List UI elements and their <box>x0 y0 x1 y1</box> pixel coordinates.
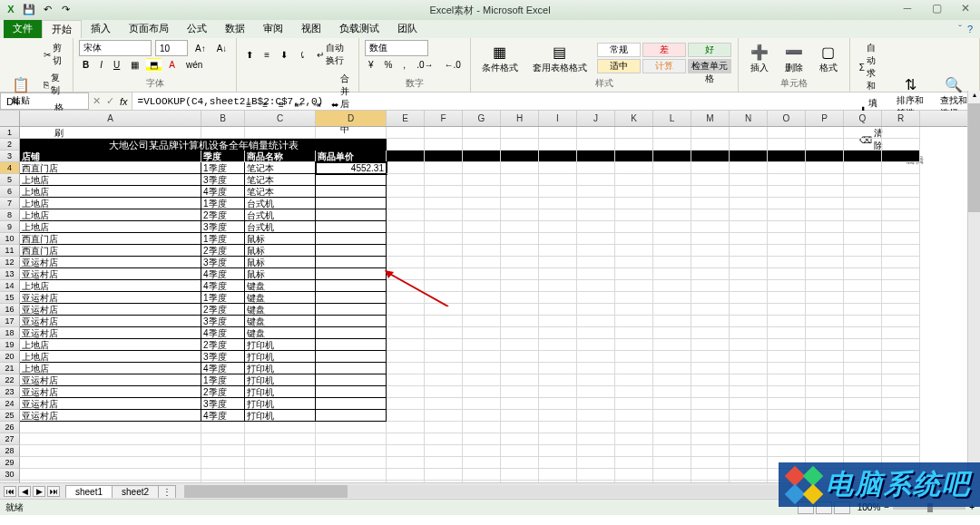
row-header[interactable]: 8 <box>0 209 20 221</box>
col-header-P[interactable]: P <box>806 111 844 126</box>
cell[interactable] <box>844 304 882 316</box>
cell[interactable] <box>425 374 463 386</box>
cell[interactable] <box>501 209 539 221</box>
cell[interactable] <box>768 304 806 316</box>
cell[interactable] <box>615 221 653 233</box>
cell[interactable] <box>316 386 387 398</box>
cell[interactable]: 键盘 <box>245 292 316 304</box>
row-header[interactable]: 14 <box>0 280 20 292</box>
qat-redo-icon[interactable]: ↷ <box>58 2 73 16</box>
ribbon-min-icon[interactable]: ˇ <box>958 24 962 34</box>
cell[interactable] <box>844 209 882 221</box>
cell[interactable] <box>577 151 615 162</box>
col-header-R[interactable]: R <box>882 111 920 126</box>
cell[interactable] <box>691 198 730 209</box>
cell[interactable] <box>387 292 425 304</box>
cell[interactable] <box>20 445 201 457</box>
cell[interactable]: 亚运村店 <box>20 398 201 410</box>
font-size-input[interactable] <box>155 40 188 56</box>
cell[interactable] <box>425 162 463 174</box>
col-header-Q[interactable]: Q <box>844 111 882 126</box>
cell[interactable]: 3季度 <box>201 351 245 363</box>
cell[interactable] <box>691 292 730 304</box>
cell[interactable]: 笔记本 <box>245 174 316 186</box>
cell[interactable] <box>844 327 882 339</box>
cell[interactable] <box>653 433 691 445</box>
cell[interactable] <box>615 327 653 339</box>
cell[interactable] <box>463 304 501 316</box>
cell[interactable]: 上地店 <box>20 186 201 198</box>
underline-button[interactable]: U <box>110 58 123 72</box>
cell[interactable] <box>201 481 245 482</box>
cell[interactable] <box>316 245 387 257</box>
cell[interactable] <box>615 257 653 268</box>
minimize-icon[interactable]: ─ <box>897 2 918 15</box>
cell[interactable] <box>463 151 501 162</box>
cell[interactable]: 西直门店 <box>20 233 201 245</box>
maximize-icon[interactable]: ▢ <box>926 2 947 15</box>
merged-title[interactable]: 大地公司某品牌计算机设备全年销量统计表 <box>20 139 387 151</box>
cell[interactable] <box>653 162 691 174</box>
cell[interactable] <box>653 374 691 386</box>
cell[interactable] <box>691 280 730 292</box>
cell[interactable] <box>806 410 844 422</box>
cell[interactable] <box>730 445 768 457</box>
cell[interactable] <box>577 363 615 374</box>
cell[interactable] <box>387 410 425 422</box>
col-header-J[interactable]: J <box>577 111 615 126</box>
cell[interactable] <box>425 139 463 151</box>
cell[interactable] <box>844 174 882 186</box>
cell[interactable] <box>501 198 539 209</box>
cell[interactable] <box>316 410 387 422</box>
cell[interactable]: 打印机 <box>245 339 316 351</box>
cell[interactable] <box>768 316 806 327</box>
copy-button[interactable]: ⎘复制 <box>40 70 67 99</box>
cell[interactable] <box>882 198 920 209</box>
cell[interactable] <box>691 433 730 445</box>
cell[interactable] <box>501 221 539 233</box>
cell[interactable] <box>425 339 463 351</box>
cell[interactable] <box>882 162 920 174</box>
cell[interactable] <box>806 304 844 316</box>
cell[interactable] <box>882 233 920 245</box>
cell[interactable]: 亚运村店 <box>20 316 201 327</box>
tab-home[interactable]: 开始 <box>42 20 82 38</box>
cell[interactable] <box>539 398 577 410</box>
cell[interactable]: 亚运村店 <box>20 374 201 386</box>
cell[interactable] <box>539 469 577 481</box>
cell[interactable] <box>577 433 615 445</box>
cell[interactable] <box>316 233 387 245</box>
row-header[interactable]: 10 <box>0 233 20 245</box>
cell[interactable]: 1季度 <box>201 198 245 209</box>
select-all-corner[interactable] <box>0 111 20 126</box>
cell[interactable]: 亚运村店 <box>20 292 201 304</box>
cell[interactable] <box>463 257 501 268</box>
cell[interactable] <box>882 304 920 316</box>
cell[interactable] <box>577 422 615 433</box>
cell[interactable] <box>691 316 730 327</box>
cell[interactable] <box>615 304 653 316</box>
cell[interactable] <box>691 374 730 386</box>
cell[interactable] <box>463 398 501 410</box>
cell[interactable]: 亚运村店 <box>20 386 201 398</box>
cell[interactable] <box>539 351 577 363</box>
cell[interactable] <box>653 410 691 422</box>
cell[interactable] <box>577 198 615 209</box>
cell[interactable] <box>844 139 882 151</box>
cell[interactable] <box>882 186 920 198</box>
cut-button[interactable]: ✂剪切 <box>40 40 67 69</box>
cell[interactable] <box>501 257 539 268</box>
cell[interactable] <box>882 386 920 398</box>
autosum-button[interactable]: Σ自动求和 <box>856 40 887 94</box>
tab-layout[interactable]: 页面布局 <box>120 20 178 38</box>
cell[interactable] <box>425 469 463 481</box>
cell[interactable] <box>806 363 844 374</box>
cell[interactable] <box>691 398 730 410</box>
cell[interactable] <box>463 127 501 139</box>
cell[interactable] <box>539 481 577 482</box>
cell[interactable] <box>691 410 730 422</box>
cell[interactable]: 商品名称 <box>245 151 316 162</box>
cell[interactable] <box>501 422 539 433</box>
dec-decimal-button[interactable]: ←.0 <box>440 58 464 72</box>
style-good[interactable]: 好 <box>688 43 731 57</box>
